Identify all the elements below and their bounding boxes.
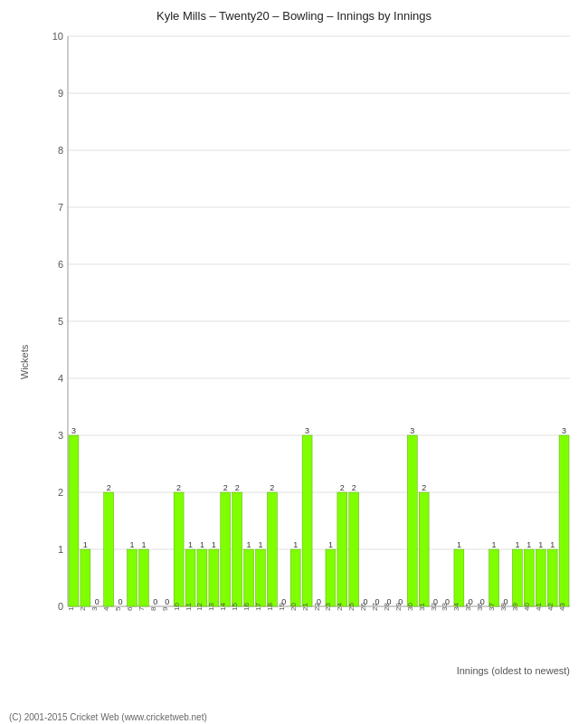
svg-text:5: 5 [58,316,63,327]
bar-value-label: 1 [212,540,216,549]
bar-value-label: 3 [305,426,309,435]
bar [174,492,184,606]
svg-text:10: 10 [52,31,63,42]
bar-value-label: 2 [270,483,274,492]
bar [559,435,569,606]
bar [69,435,79,606]
x-tick-label: 35 [464,603,472,611]
bar [209,549,219,606]
x-tick-label: 20 [289,603,298,611]
bar-value-label: 1 [188,540,193,549]
bar [454,549,464,606]
bar-value-label: 2 [223,483,228,492]
bar-value-label: 1 [515,540,519,549]
bar-value-label: 2 [422,483,426,492]
x-tick-label: 13 [207,603,215,611]
x-tick-label: 37 [488,603,496,611]
x-tick-label: 36 [476,603,484,611]
svg-text:1: 1 [58,544,63,555]
x-tick-label: 21 [301,603,309,611]
bar [256,549,266,606]
bar-value-label: 1 [538,540,543,549]
bar [138,549,148,606]
bar [104,492,114,606]
x-tick-label: 41 [535,603,543,611]
bar [232,492,242,606]
x-tick-label: 43 [558,603,566,611]
bar [244,549,254,606]
x-tick-label: 7 [138,606,146,611]
x-tick-label: 8 [149,606,157,611]
x-tick-label: 27 [371,603,379,611]
x-tick-label: 29 [394,603,403,611]
x-tick-label: 26 [359,603,367,611]
x-tick-label: 40 [523,603,531,611]
bar-value-label: 1 [526,540,531,549]
x-tick-label: 4 [102,606,110,611]
bar-value-label: 0 [165,597,169,606]
svg-text:4: 4 [58,373,63,384]
copyright-text: (C) 2001-2015 Cricket Web (www.cricketwe… [9,712,207,722]
chart-title: Kyle Mills – Twenty20 – Bowling – Inning… [9,9,579,23]
bar [185,549,195,606]
bar [326,549,336,606]
bar [524,549,534,606]
bar [221,492,231,606]
bar-value-label: 2 [107,483,111,492]
bar-value-label: 1 [328,540,333,549]
svg-text:6: 6 [58,259,63,270]
bar-value-label: 1 [247,540,251,549]
x-tick-label: 11 [185,603,193,611]
x-tick-label: 22 [313,603,321,611]
bar-value-label: 0 [95,597,100,606]
bar [302,435,312,606]
bar-value-label: 2 [340,483,345,492]
bar-value-label: 1 [492,540,497,549]
x-tick-label: 31 [418,603,426,611]
x-tick-label: 28 [383,603,391,611]
bar [547,549,557,606]
bar [197,549,207,606]
x-tick-label: 15 [231,603,239,611]
x-tick-label: 19 [278,603,286,611]
svg-text:8: 8 [58,145,63,156]
bar-value-label: 1 [141,540,146,549]
x-tick-label: 5 [114,606,122,611]
bar-value-label: 3 [71,426,76,435]
x-tick-label: 1 [67,606,75,611]
x-tick-label: 2 [79,606,87,611]
bar-value-label: 1 [200,540,204,549]
x-tick-label: 14 [219,603,227,611]
bar-value-label: 2 [235,483,240,492]
bar-value-label: 0 [153,597,157,606]
x-tick-label: 12 [195,603,204,611]
bar [81,549,90,606]
x-axis-title: Innings (oldest to newest) [457,665,570,676]
bar-value-label: 1 [83,540,88,549]
svg-text:9: 9 [58,88,63,99]
bar-value-label: 3 [410,426,414,435]
x-tick-label: 30 [406,603,414,611]
x-tick-label: 10 [173,603,181,611]
x-tick-label: 42 [546,603,555,611]
x-tick-label: 33 [441,603,449,611]
bar-value-label: 1 [293,540,298,549]
x-tick-label: 6 [126,606,134,611]
bar-value-label: 2 [176,483,181,492]
x-tick-label: 39 [511,603,519,611]
bar [489,549,499,606]
svg-text:7: 7 [58,202,63,213]
bar [290,549,300,606]
bar-chart: 0123456789103112032405161708092101111121… [41,27,579,679]
bar-value-label: 1 [258,540,262,549]
svg-text:2: 2 [58,487,63,498]
bar [512,549,522,606]
bar [267,492,277,606]
x-tick-label: 34 [452,603,460,611]
x-tick-label: 3 [90,606,99,611]
bar [419,492,429,606]
bar-value-label: 1 [457,540,461,549]
bar-value-label: 1 [129,540,134,549]
bar-value-label: 2 [352,483,356,492]
bar-value-label: 3 [562,426,566,435]
